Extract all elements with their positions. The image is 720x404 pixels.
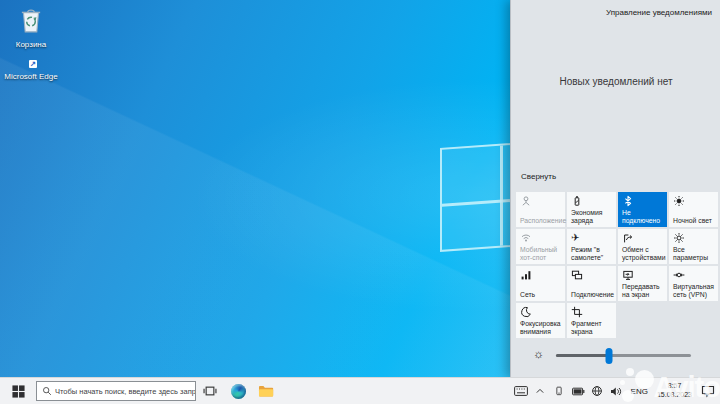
shortcut-arrow-icon: ↗ bbox=[29, 60, 37, 68]
task-view-button[interactable] bbox=[196, 378, 224, 404]
collapse-link[interactable]: Свернуть bbox=[521, 172, 556, 181]
taskbar-edge-button[interactable] bbox=[224, 378, 252, 404]
notification-bubble-icon bbox=[701, 385, 715, 398]
folder-icon bbox=[258, 384, 274, 398]
night-light-icon bbox=[673, 195, 685, 207]
tile-battery-saver[interactable]: Экономия заряда bbox=[567, 192, 616, 227]
volume-icon[interactable] bbox=[609, 378, 624, 404]
tile-airplane-mode[interactable]: ✈ Режим "в самолете" bbox=[567, 229, 616, 264]
tile-project[interactable]: Передавать на экран bbox=[618, 266, 667, 301]
connect-icon bbox=[571, 269, 583, 281]
action-center-panel: Управление уведомлениями Новых уведомлен… bbox=[510, 0, 720, 378]
tile-location[interactable]: Расположение bbox=[516, 192, 565, 227]
tile-night-light[interactable]: Ночной свет bbox=[669, 192, 718, 227]
tile-network[interactable]: Сеть bbox=[516, 266, 565, 301]
file-explorer-button[interactable] bbox=[252, 378, 280, 404]
touch-keyboard-icon[interactable] bbox=[514, 378, 529, 404]
task-view-icon bbox=[203, 384, 217, 398]
focus-assist-icon bbox=[520, 306, 532, 318]
battery-icon[interactable] bbox=[571, 378, 586, 404]
settings-gear-icon bbox=[673, 232, 685, 244]
tile-screen-snip[interactable]: Фрагмент экрана bbox=[567, 303, 616, 338]
quick-actions-grid: Расположение Экономия заряда Не подключе… bbox=[516, 192, 718, 338]
project-icon bbox=[622, 269, 634, 281]
tile-vpn[interactable]: Виртуальная сеть (VPN) bbox=[669, 266, 718, 301]
no-notifications-text: Новых уведомлений нет bbox=[511, 76, 720, 87]
battery-saver-icon bbox=[571, 195, 583, 207]
recycle-bin-icon bbox=[18, 20, 44, 37]
screen-snip-icon bbox=[571, 306, 583, 318]
tile-connect[interactable]: Подключение bbox=[567, 266, 616, 301]
search-input[interactable] bbox=[55, 387, 195, 396]
tile-mobile-hotspot[interactable]: Мобильный хот-спот bbox=[516, 229, 565, 264]
screen: Корзина ↗ Microsoft Edge Управление увед… bbox=[0, 0, 720, 404]
edge-icon bbox=[231, 384, 246, 399]
desktop-icon-label: Корзина bbox=[2, 40, 60, 49]
clock-date: 15.08.2023 bbox=[657, 391, 692, 400]
mobile-hotspot-icon bbox=[520, 232, 532, 244]
tile-focus-assist[interactable]: Фокусировка внимания bbox=[516, 303, 565, 338]
desktop-icon-microsoft-edge[interactable]: ↗ Microsoft Edge bbox=[2, 52, 60, 81]
tile-nearby-sharing[interactable]: Обмен с устройствами bbox=[618, 229, 667, 264]
language-indicator[interactable]: ENG bbox=[626, 387, 653, 396]
desktop-icon-label: Microsoft Edge bbox=[2, 72, 60, 81]
manage-notifications-link[interactable]: Управление уведомлениями bbox=[606, 8, 712, 17]
vpn-icon bbox=[673, 269, 685, 281]
brightness-slider[interactable] bbox=[556, 354, 691, 357]
desktop-icon-recycle-bin[interactable]: Корзина bbox=[2, 6, 60, 49]
tile-all-settings[interactable]: Все параметры bbox=[669, 229, 718, 264]
show-hidden-icons-chevron[interactable] bbox=[533, 378, 548, 404]
location-icon bbox=[520, 195, 532, 207]
brightness-sun-icon: ☼ bbox=[533, 347, 544, 361]
tile-bluetooth-not-connected[interactable]: Не подключено bbox=[618, 192, 667, 227]
action-center-button[interactable] bbox=[696, 378, 720, 404]
clock-time: 8:57 bbox=[657, 382, 692, 391]
airplane-mode-icon: ✈ bbox=[571, 232, 583, 244]
system-tray: ENG 8:57 15.08.2023 bbox=[512, 378, 720, 404]
start-button[interactable] bbox=[0, 378, 36, 404]
taskbar-search-box[interactable] bbox=[36, 381, 196, 401]
safely-remove-hardware-icon[interactable] bbox=[552, 378, 567, 404]
brightness-slider-fill bbox=[556, 354, 609, 357]
bluetooth-icon bbox=[622, 195, 634, 207]
network-globe-icon[interactable] bbox=[590, 378, 605, 404]
taskbar: ENG 8:57 15.08.2023 bbox=[0, 377, 720, 404]
taskbar-clock[interactable]: 8:57 15.08.2023 bbox=[653, 382, 696, 400]
network-icon bbox=[520, 269, 532, 281]
nearby-sharing-icon bbox=[622, 232, 634, 244]
brightness-slider-handle[interactable] bbox=[605, 348, 612, 364]
windows-start-icon bbox=[12, 385, 25, 398]
search-icon bbox=[42, 386, 52, 396]
brightness-row: ☼ bbox=[511, 342, 720, 368]
